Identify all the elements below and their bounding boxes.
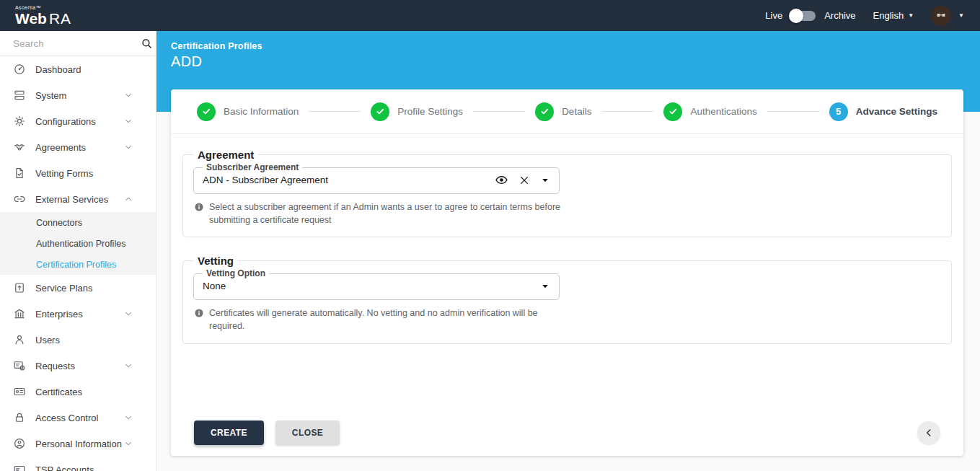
- sidebar-item-service-plans[interactable]: Service Plans: [0, 275, 156, 301]
- archive-label: Archive: [824, 10, 855, 21]
- stepper-step-authentications[interactable]: Authentications: [663, 102, 756, 121]
- sidebar-item-requests[interactable]: Requests: [0, 353, 156, 379]
- search-input[interactable]: [13, 38, 141, 49]
- topbar-controls: Live Archive English ▼ ▼: [765, 6, 980, 26]
- language-selector[interactable]: English ▼: [873, 10, 914, 21]
- search-icon[interactable]: [141, 38, 153, 50]
- sidebar-item-label: TSP Accounts: [35, 465, 94, 471]
- sidebar-item-label: Enterprises: [35, 309, 83, 320]
- page-header: Certification Profiles ADD: [156, 31, 980, 89]
- enterprises-icon: [13, 307, 26, 320]
- sidebar-item-users[interactable]: Users: [0, 327, 156, 353]
- field-value: None: [203, 281, 226, 291]
- subscriber-agreement-field[interactable]: Subscriber AgreementADN - Subscriber Agr…: [193, 162, 560, 194]
- action-bar: CREATE CLOSE: [182, 421, 952, 456]
- personal-information-icon: [13, 437, 26, 450]
- sidebar-item-authentication-profiles[interactable]: Authentication Profiles: [0, 233, 156, 254]
- external-services-submenu: ConnectorsAuthentication ProfilesCertifi…: [0, 212, 156, 275]
- section-legend: Vetting: [193, 255, 238, 267]
- eye-icon[interactable]: [495, 173, 508, 187]
- sidebar-item-label: Requests: [35, 361, 75, 371]
- vetting-option-field[interactable]: Vetting OptionNone: [193, 268, 560, 300]
- step-connector: [767, 111, 819, 112]
- toggle-knob[interactable]: [789, 9, 803, 23]
- agreements-icon: [13, 141, 26, 154]
- field-info: Select a subscriber agreement if an Admi…: [194, 201, 572, 226]
- sidebar-item-external-services[interactable]: External Services: [0, 186, 156, 212]
- field-info-text: Select a subscriber agreement if an Admi…: [209, 201, 572, 226]
- field-label: Subscriber Agreement: [203, 162, 302, 172]
- chevron-left-icon: [923, 427, 935, 439]
- sidebar-item-certification-profiles[interactable]: Certification Profiles: [0, 254, 156, 275]
- step-check-icon: [371, 102, 389, 121]
- sidebar-item-label: External Services: [35, 194, 108, 205]
- sidebar-item-dashboard[interactable]: Dashboard: [0, 56, 156, 82]
- sidebar-item-vetting-forms[interactable]: Vetting Forms: [0, 160, 156, 186]
- sidebar-item-access-control[interactable]: Access Control: [0, 405, 156, 431]
- field-value-row[interactable]: None: [203, 279, 550, 293]
- dropdown-icon[interactable]: [540, 281, 550, 291]
- live-label: Live: [765, 10, 782, 21]
- chevron-down-icon: [122, 90, 135, 100]
- chevron-down-icon: [122, 309, 135, 319]
- form-area: AgreementSubscriber AgreementADN - Subsc…: [171, 134, 963, 456]
- dropdown-icon[interactable]: [540, 175, 550, 185]
- sidebar-item-label: Connectors: [36, 218, 82, 228]
- stepper-step-details[interactable]: Details: [535, 102, 591, 121]
- field-value: ADN - Subscriber Agreement: [203, 175, 328, 185]
- sidebar-item-label: Personal Information: [35, 439, 122, 449]
- brand-small-text: Ascertia™: [15, 5, 156, 10]
- sidebar-search: [0, 31, 156, 56]
- step-connector: [309, 111, 361, 112]
- sidebar-item-label: Agreements: [35, 142, 86, 153]
- sidebar-item-certificates[interactable]: Certificates: [0, 379, 156, 405]
- agreement-section: AgreementSubscriber AgreementADN - Subsc…: [182, 149, 952, 237]
- sidebar-item-label: Certificates: [35, 387, 82, 397]
- tsp-accounts-icon: [13, 463, 26, 471]
- dashboard-icon: [13, 63, 26, 76]
- sidebar-item-tsp-accounts[interactable]: TSP Accounts: [0, 457, 156, 471]
- sidebar-item-label: Configurations: [35, 116, 96, 127]
- sidebar-item-label: Vetting Forms: [35, 168, 93, 179]
- sidebar-item-label: Service Plans: [35, 283, 92, 294]
- sidebar-item-configurations[interactable]: Configurations: [0, 108, 156, 134]
- chevron-down-icon: [122, 439, 135, 449]
- sidebar-item-system[interactable]: System: [0, 82, 156, 108]
- close-button[interactable]: CLOSE: [275, 421, 340, 445]
- sidebar-item-label: System: [35, 90, 66, 101]
- field-icons: [495, 173, 550, 187]
- live-archive-toggle[interactable]: [791, 11, 816, 21]
- step-label: Authentications: [690, 106, 756, 117]
- requests-icon: [13, 359, 26, 372]
- configurations-icon: [13, 115, 26, 128]
- chevron-down-icon: [122, 413, 135, 423]
- stepper-step-basic-information[interactable]: Basic Information: [197, 102, 299, 121]
- info-icon: [194, 308, 204, 318]
- step-label: Details: [562, 106, 591, 117]
- user-menu-chevron-icon[interactable]: ▼: [958, 12, 964, 19]
- sidebar-item-enterprises[interactable]: Enterprises: [0, 301, 156, 327]
- sidebar-item-connectors[interactable]: Connectors: [0, 212, 156, 233]
- brand-logo[interactable]: Ascertia™ WebRA: [0, 5, 156, 26]
- field-label: Vetting Option: [203, 268, 269, 278]
- sidebar-item-personal-information[interactable]: Personal Information: [0, 431, 156, 457]
- breadcrumb: Certification Profiles: [171, 41, 980, 51]
- sidebar-item-label: Dashboard: [35, 64, 81, 75]
- system-icon: [13, 89, 26, 102]
- field-info-text: Certificates will generate automatically…: [209, 307, 572, 333]
- certificates-icon: [13, 385, 26, 398]
- sidebar-item-agreements[interactable]: Agreements: [0, 134, 156, 160]
- sidebar-item-label: Authentication Profiles: [36, 239, 125, 249]
- stepper-step-advance-settings[interactable]: 5Advance Settings: [829, 102, 937, 121]
- create-button[interactable]: CREATE: [194, 421, 264, 445]
- field-value-row[interactable]: ADN - Subscriber Agreement: [203, 173, 550, 187]
- clear-icon[interactable]: [518, 175, 530, 186]
- page-title: ADD: [171, 53, 980, 70]
- stepper-step-profile-settings[interactable]: Profile Settings: [371, 102, 463, 121]
- back-button[interactable]: [917, 421, 940, 444]
- access-control-icon: [13, 411, 26, 424]
- users-icon: [13, 333, 26, 346]
- step-check-icon: [197, 102, 216, 121]
- step-number: 5: [829, 102, 848, 121]
- user-avatar[interactable]: [931, 6, 951, 26]
